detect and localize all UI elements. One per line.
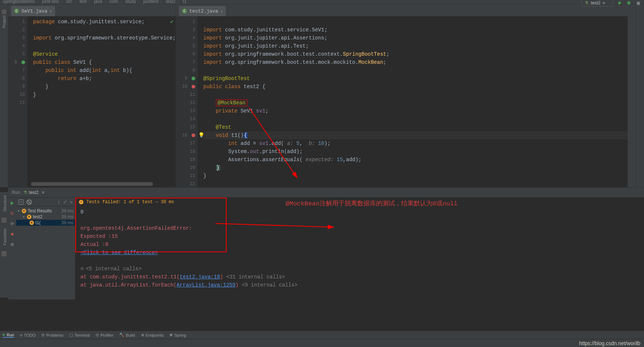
- test-fail-gutter-icon[interactable]: [192, 133, 195, 137]
- stack-link[interactable]: test2.java:18: [180, 274, 220, 280]
- structure-icon[interactable]: [1, 218, 7, 223]
- fail-status-icon: ✕: [22, 209, 26, 213]
- run-class-gutter-icon[interactable]: [192, 77, 195, 80]
- run-label: Run:: [12, 190, 21, 195]
- crumb[interactable]: t1: [183, 0, 187, 5]
- mockbean-annotation: @MockBean: [218, 100, 246, 106]
- bottom-toolbar: Run ≡ TODO ⊘ Problems ▢ Terminal ⊙ Profi…: [0, 331, 644, 339]
- breadcrumb-bar: springbootdemo〉junit-test〉src〉test〉java〉…: [0, 0, 644, 4]
- left-side-tools: Structure Favorites: [0, 192, 8, 298]
- tree-node-method[interactable]: ✕ t1(39 ms: [16, 220, 75, 226]
- crumb[interactable]: junit-test: [42, 0, 59, 5]
- fail-status-icon: ✕: [79, 200, 83, 204]
- test-status-text: Tests failed: 1 of 1 test – 39 ms: [86, 199, 174, 205]
- tab-label: SeV1.java: [21, 8, 47, 14]
- gutter-left: 12345 6 7891011: [8, 16, 27, 187]
- test-tree-panel: ✔ ↕ ⤢ » ▾✕ Test Results39 ms ▾✕ test239 …: [16, 198, 75, 299]
- tab-test2[interactable]: C test2.java ✕: [179, 6, 226, 16]
- tab-label: test2.java: [189, 8, 218, 14]
- bottom-tab-spring[interactable]: ❀ Spring: [169, 333, 186, 337]
- toggle-autorun-icon[interactable]: ⟳: [10, 221, 15, 226]
- editor-right[interactable]: import com.study.junittest.service.SeV1;…: [197, 16, 627, 187]
- crumb[interactable]: junittest: [143, 0, 158, 5]
- run-tab-test2[interactable]: ⚗ test2 ✕: [23, 190, 45, 195]
- bottom-tab-endpoints[interactable]: ⊕ Endpoints: [141, 333, 164, 337]
- tab-sev1[interactable]: C SeV1.java ✕: [11, 6, 55, 16]
- test-toolbar: ✔ ↕ ⤢ »: [16, 198, 75, 207]
- run-icon[interactable]: [619, 1, 621, 5]
- rerun-icon[interactable]: [10, 201, 15, 206]
- console-panel: ✕ Tests failed: 1 of 1 test – 39 ms 0 or…: [75, 198, 644, 299]
- coverage-icon[interactable]: ▣: [636, 0, 640, 6]
- tree-root[interactable]: ▾✕ Test Results39 ms: [16, 208, 75, 214]
- scrollbar-thumb[interactable]: [31, 182, 153, 186]
- diff-link[interactable]: <Click to see difference>: [80, 250, 158, 256]
- crumb[interactable]: java: [94, 0, 102, 5]
- run-config-selector[interactable]: ⚗test2▾: [581, 0, 613, 7]
- bottom-tab-todo[interactable]: ≡ TODO: [20, 333, 35, 337]
- rerun-failed-icon[interactable]: ↻: [10, 211, 15, 216]
- left-tool-strip: Project: [0, 4, 8, 187]
- run-toolbar: ↻ ⟳ ■ ⚙: [8, 198, 16, 299]
- crumb[interactable]: springbootdemo: [3, 0, 35, 5]
- crumb[interactable]: study: [125, 0, 136, 5]
- bottom-tab-profiler[interactable]: ⊙ Profiler: [96, 333, 113, 337]
- bottom-tab-build[interactable]: 🔨 Build: [119, 333, 135, 337]
- bottom-tab-terminal[interactable]: ▢ Terminal: [69, 333, 90, 337]
- structure-tab[interactable]: Structure: [0, 192, 8, 215]
- stack-link[interactable]: ArrayList.java:1259: [176, 282, 235, 288]
- settings-icon[interactable]: ⚙: [10, 242, 15, 247]
- fail-status-icon: ✕: [30, 221, 34, 225]
- stop-icon[interactable]: ■: [10, 232, 15, 237]
- watermark: https://blog.csdn.net/worilb: [579, 340, 640, 346]
- console-output[interactable]: 0 org.opentest4j.AssertionFailedError: E…: [75, 207, 644, 289]
- editor-left[interactable]: package com.study.junittest.service;✔ im…: [27, 16, 176, 187]
- favorites-icon[interactable]: [1, 251, 7, 256]
- crumb[interactable]: test: [79, 0, 86, 5]
- right-tool-strip: [636, 4, 644, 187]
- bottom-tab-problems[interactable]: ⊘ Problems: [41, 333, 63, 337]
- class-icon: C: [14, 8, 19, 14]
- close-icon[interactable]: ✕: [220, 9, 223, 14]
- project-tab[interactable]: Project: [2, 15, 6, 28]
- favorites-tab[interactable]: Favorites: [0, 226, 8, 248]
- flask-icon: ⚗: [23, 190, 27, 195]
- test-fail-gutter-icon[interactable]: [192, 85, 195, 89]
- gutter-right: 2345678 9 10 1112131415 16 171819202122: [176, 16, 197, 187]
- show-ignored-icon[interactable]: [27, 199, 32, 205]
- fold-icon[interactable]: ⊞: [80, 266, 83, 272]
- breadcrumb[interactable]: springbootdemo〉junit-test〉src〉test〉java〉…: [3, 0, 187, 5]
- chinese-annotation: @MockBean注解用于脱离数据库的测试，结果默认为0或null: [286, 199, 458, 208]
- expand-icon[interactable]: ⤢: [63, 199, 67, 205]
- check-icon: ✔: [171, 18, 173, 26]
- debug-icon[interactable]: ✱: [627, 0, 631, 6]
- crumb[interactable]: com: [110, 0, 118, 5]
- close-icon[interactable]: ✕: [49, 9, 52, 14]
- project-icon[interactable]: [2, 10, 6, 14]
- class-gutter-icon[interactable]: [21, 60, 25, 64]
- crumb[interactable]: test2: [166, 0, 176, 5]
- status-bar: [0, 339, 644, 347]
- class-icon: C: [182, 8, 187, 14]
- bulb-icon[interactable]: 💡: [198, 131, 204, 139]
- crumb[interactable]: src: [66, 0, 72, 5]
- close-icon[interactable]: ✕: [41, 190, 45, 195]
- fail-status-icon: ✕: [27, 215, 31, 219]
- bottom-tab-run[interactable]: Run: [3, 333, 14, 338]
- right-gutter: [627, 16, 636, 187]
- tree-node-class[interactable]: ▾✕ test239 ms: [16, 214, 75, 220]
- sort-icon[interactable]: ↕: [58, 199, 60, 205]
- run-window-tabs: Run: ⚗ test2 ✕: [8, 187, 644, 198]
- show-passed-icon[interactable]: ✔: [18, 199, 24, 205]
